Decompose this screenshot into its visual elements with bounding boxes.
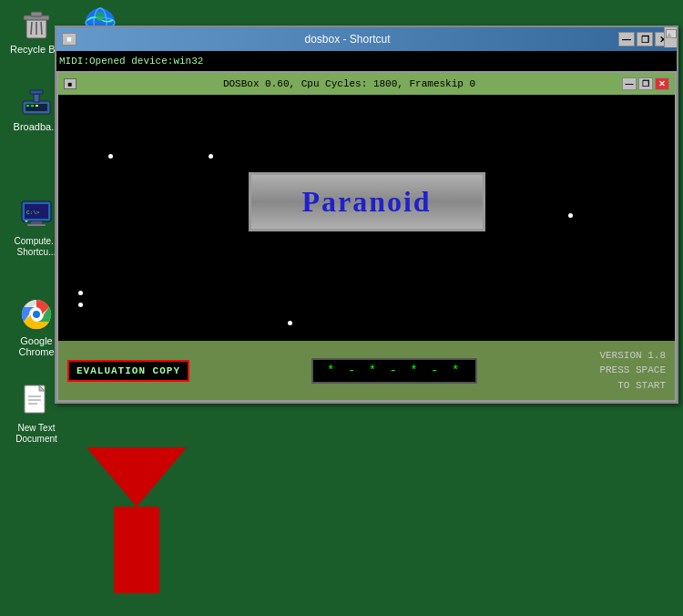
lives-display: * - * - * - * bbox=[311, 358, 477, 384]
dosbox-inner-title: DOSBox 0.60, Cpu Cycles: 1800, Frameskip… bbox=[76, 78, 622, 89]
dosbox-inner-window: ■ DOSBox 0.60, Cpu Cycles: 1800, Framesk… bbox=[56, 71, 677, 402]
eval-copy-badge: EVALUATION COPY bbox=[67, 360, 189, 382]
recycle-bin-icon bbox=[18, 5, 55, 41]
dosbox-outer-status: MIDI:Opened device:win32 ▲ bbox=[56, 51, 677, 71]
broadband-label: Broadba... bbox=[14, 121, 60, 132]
new-text-document-label: New TextDocument bbox=[15, 423, 57, 444]
scrollbar-area[interactable]: ▲ bbox=[664, 27, 677, 47]
svg-point-26 bbox=[33, 311, 40, 318]
dosbox-inner-close[interactable]: ✕ bbox=[655, 77, 669, 90]
svg-rect-15 bbox=[34, 94, 39, 102]
svg-text:C:\>: C:\> bbox=[26, 210, 40, 216]
dosbox-outer-icon: ■ bbox=[62, 33, 76, 46]
dosbox-inner-minimize[interactable]: — bbox=[622, 77, 637, 90]
game-title: Paranoid bbox=[301, 185, 431, 219]
dosbox-inner-restore[interactable]: ❐ bbox=[638, 77, 653, 90]
game-dot-6 bbox=[288, 321, 292, 325]
version-text: VERSION 1.8 bbox=[599, 348, 666, 364]
game-dot-4 bbox=[78, 291, 83, 295]
svg-point-9 bbox=[96, 12, 105, 21]
game-dot-2 bbox=[209, 154, 213, 159]
new-text-document-icon bbox=[18, 383, 55, 419]
game-dot-5 bbox=[78, 303, 83, 307]
computer-shortcut-icon: C:\> bbox=[18, 196, 55, 232]
dosbox-inner-titlebar: ■ DOSBox 0.60, Cpu Cycles: 1800, Framesk… bbox=[58, 73, 675, 95]
game-area: Paranoid bbox=[58, 95, 675, 341]
dosbox-outer-title: dosbox - Shortcut bbox=[76, 33, 618, 46]
broadband-icon bbox=[18, 82, 55, 118]
dosbox-outer-minimize[interactable]: — bbox=[618, 32, 635, 46]
svg-rect-12 bbox=[26, 105, 29, 107]
svg-line-5 bbox=[41, 22, 42, 35]
eval-copy-wrapper: EVALUATION COPY bbox=[67, 360, 189, 382]
dosbox-inner-icon: ■ bbox=[64, 78, 76, 89]
game-dot-1 bbox=[108, 154, 113, 159]
game-dot-3 bbox=[568, 213, 573, 218]
google-chrome-label: Google Chrome bbox=[18, 335, 54, 357]
svg-rect-19 bbox=[31, 221, 42, 224]
svg-rect-16 bbox=[30, 90, 43, 94]
game-bottom-bar: EVALUATION COPY * - * - * - * VERSION 1.… bbox=[58, 341, 675, 400]
dosbox-inner-controls: — ❐ ✕ bbox=[622, 77, 669, 90]
red-arrow-annotation bbox=[87, 447, 187, 593]
computer-shortcut-label: Compute...Shortcu... bbox=[15, 236, 59, 257]
svg-rect-13 bbox=[31, 105, 34, 107]
svg-rect-2 bbox=[31, 12, 42, 16]
svg-line-3 bbox=[31, 22, 32, 35]
svg-rect-20 bbox=[27, 224, 46, 226]
version-info: VERSION 1.8 PRESS SPACETO START bbox=[599, 348, 666, 394]
dosbox-outer-titlebar: ■ dosbox - Shortcut — ❐ ✕ bbox=[56, 27, 677, 51]
press-space-text: PRESS SPACETO START bbox=[599, 363, 666, 393]
dosbox-status-text: MIDI:Opened device:win32 bbox=[59, 56, 203, 67]
dosbox-outer-restore[interactable]: ❐ bbox=[637, 32, 653, 46]
arrow-head bbox=[87, 447, 187, 507]
google-chrome-icon bbox=[18, 296, 55, 333]
dosbox-outer-window: ■ dosbox - Shortcut — ❐ ✕ MIDI:Opened de… bbox=[55, 26, 678, 404]
game-title-box: Paranoid bbox=[249, 172, 485, 231]
scroll-up-btn[interactable]: ▲ bbox=[666, 29, 677, 38]
arrow-body bbox=[114, 507, 159, 593]
svg-rect-14 bbox=[36, 105, 38, 107]
